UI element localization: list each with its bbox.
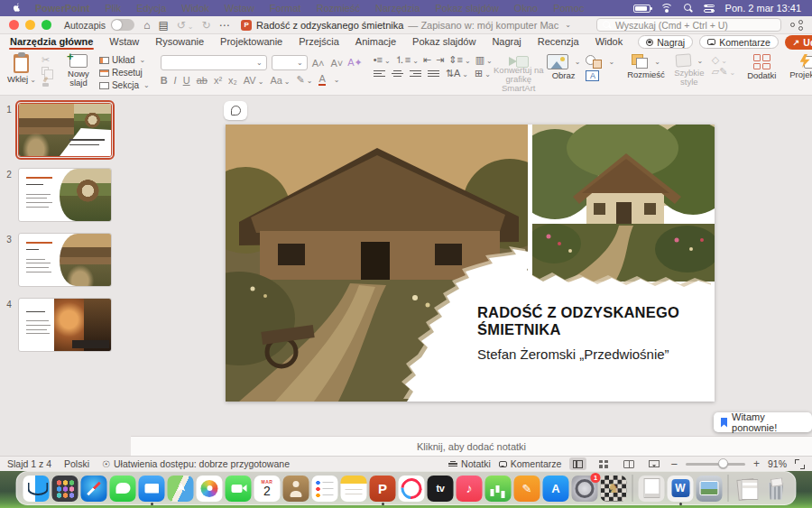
dock-settings-icon[interactable]: 1: [572, 476, 598, 502]
decrease-indent-button[interactable]: ⇤: [423, 55, 431, 65]
subscript-button[interactable]: x₂: [228, 75, 237, 86]
zoom-level[interactable]: 91%: [768, 458, 787, 469]
comments-button[interactable]: Komentarze: [699, 35, 779, 49]
font-name-select[interactable]: ⌄: [161, 55, 267, 70]
slide-thumbnail-1[interactable]: [18, 103, 112, 157]
record-button[interactable]: Nagraj: [638, 35, 693, 49]
text-direction-button[interactable]: ⇅A⌄: [446, 69, 468, 79]
more-toolbar-icon[interactable]: ⋯: [219, 20, 230, 31]
slide-subtitle-text[interactable]: Stefan Żeromski „Przedwiośnie”: [477, 346, 715, 362]
change-case-button[interactable]: Aa⌄: [270, 75, 290, 86]
line-spacing-button[interactable]: ⇕≡⌄: [448, 55, 470, 65]
shape-fill-icon[interactable]: ◇⌄: [712, 55, 735, 65]
align-text-button[interactable]: ⊞⌄: [475, 69, 491, 79]
dock-pencil-app-icon[interactable]: ✎: [514, 476, 540, 502]
tab-recenzja[interactable]: Recenzja: [537, 35, 580, 49]
dock-appletv-icon[interactable]: tv: [428, 476, 454, 502]
search-input[interactable]: Wyszukaj (Cmd + Ctrl + U): [596, 18, 781, 32]
menu-wstaw[interactable]: Wstaw: [225, 4, 254, 14]
picture-button[interactable]: ⌄ Obraz: [545, 52, 583, 80]
menu-plik[interactable]: Plik: [106, 4, 122, 14]
reading-view-button[interactable]: [620, 457, 637, 470]
dock-messages-icon[interactable]: [110, 476, 136, 502]
dock-notes-icon[interactable]: [341, 476, 367, 502]
paste-button[interactable]: Wklej⌄: [5, 52, 38, 84]
dock-facetime-icon[interactable]: [226, 476, 252, 502]
tab-wstaw[interactable]: Wstaw: [108, 35, 140, 49]
dock-music-icon[interactable]: ♪: [457, 476, 483, 502]
align-right-button[interactable]: [410, 70, 421, 77]
dock-word-icon[interactable]: [668, 476, 694, 502]
menu-edycja[interactable]: Edycja: [136, 4, 166, 14]
comments-toggle[interactable]: Komentarze: [499, 458, 562, 469]
grow-font-button[interactable]: A˄: [312, 58, 325, 69]
bullet-list-button[interactable]: •≡⌄: [374, 55, 391, 65]
save-icon[interactable]: ▤: [158, 20, 168, 31]
shrink-font-button[interactable]: A˅: [330, 58, 343, 69]
slide-sorter-view-button[interactable]: [595, 457, 612, 470]
control-center-icon[interactable]: [704, 4, 715, 13]
spotlight-search-icon[interactable]: [684, 4, 693, 13]
italic-button[interactable]: I: [174, 75, 177, 86]
title-chevron-icon[interactable]: ⌄: [565, 21, 571, 29]
tab-rysowanie[interactable]: Rysowanie: [154, 35, 205, 49]
language-indicator[interactable]: Polski: [64, 458, 89, 469]
slide-thumbnail-2[interactable]: [18, 168, 112, 222]
tab-animacje[interactable]: Animacje: [355, 35, 397, 49]
increase-indent-button[interactable]: ⇥: [436, 55, 444, 65]
character-spacing-button[interactable]: AV⌄: [244, 75, 264, 86]
dock-preview-app-icon[interactable]: [697, 476, 723, 502]
format-painter-icon[interactable]: [42, 77, 51, 87]
menu-powerpoint[interactable]: PowerPoint: [35, 4, 90, 14]
font-size-select[interactable]: ⌄: [272, 55, 308, 70]
menu-clock[interactable]: Pon. 2 mar 13:41: [725, 3, 801, 14]
menu-okno[interactable]: Okno: [514, 4, 538, 14]
columns-button[interactable]: ▥⌄: [475, 55, 493, 65]
close-window-button[interactable]: [9, 20, 19, 30]
dock-maps-icon[interactable]: [168, 476, 194, 502]
menu-format[interactable]: Format: [270, 4, 301, 14]
superscript-button[interactable]: x²: [214, 75, 222, 86]
undo-icon[interactable]: ↺⌄: [177, 20, 194, 31]
convert-smartart-button[interactable]: Konwertuj na grafikę SmartArt: [503, 52, 534, 93]
underline-button[interactable]: U: [183, 75, 190, 86]
dock-mail-icon[interactable]: [139, 476, 165, 502]
apple-menu[interactable]: [11, 2, 22, 15]
share-button[interactable]: ↗Udostępnij⌄: [785, 35, 812, 50]
accessibility-status[interactable]: ☉ Ułatwienia dostępu: dobrze przygotowan…: [102, 458, 290, 469]
tab-projektowanie[interactable]: Projektowanie: [219, 35, 283, 49]
slideshow-button[interactable]: [645, 457, 662, 470]
slide-counter[interactable]: Slajd 1 z 4: [7, 458, 51, 469]
canvas-copilot-button[interactable]: [224, 101, 247, 120]
presence-share-icon[interactable]: [790, 20, 803, 31]
dock-appstore-icon[interactable]: A: [543, 476, 569, 502]
zoom-in-button[interactable]: +: [753, 457, 760, 470]
zoom-out-button[interactable]: −: [670, 457, 678, 471]
dock-finder-icon[interactable]: [23, 476, 50, 502]
menu-pokaz-slajdow[interactable]: Pokaz slajdów: [436, 4, 499, 14]
cut-icon[interactable]: [42, 55, 51, 65]
autosave-toggle[interactable]: [111, 19, 134, 31]
menu-rozmiesc[interactable]: Rozmieść: [317, 4, 360, 14]
slide-title-block[interactable]: RADOŚĆ Z ODZYSKANEGO ŚMIETNIKA Stefan Że…: [477, 304, 715, 362]
save-status-text[interactable]: — Zapisano w: mój komputer Mac: [408, 20, 558, 31]
addins-button[interactable]: Dodatki: [746, 52, 777, 93]
notes-placeholder[interactable]: Kliknij, aby dodać notatki: [417, 441, 526, 452]
dock-trash-icon[interactable]: [763, 476, 789, 502]
designer-button[interactable]: Projektant: [788, 52, 812, 79]
dock-reminders-icon[interactable]: [312, 476, 338, 502]
reset-button[interactable]: Resetuj: [99, 68, 150, 78]
normal-view-button[interactable]: [569, 457, 586, 470]
notes-toggle[interactable]: Notatki: [448, 458, 491, 469]
dock-safari-icon[interactable]: [81, 476, 107, 502]
dock-photos-icon[interactable]: [197, 476, 223, 502]
shapes-icon[interactable]: [586, 55, 602, 69]
fit-slide-button[interactable]: [795, 459, 805, 469]
slide-thumbnail-3[interactable]: [18, 233, 112, 287]
new-slide-button[interactable]: Nowy slajd: [61, 52, 96, 88]
minimize-window-button[interactable]: [25, 20, 35, 30]
zoom-slider-thumb[interactable]: [718, 458, 728, 468]
copy-icon[interactable]: [42, 67, 49, 75]
redo-icon[interactable]: ↻: [201, 20, 210, 31]
tab-przejscia[interactable]: Przejścia: [298, 35, 340, 49]
